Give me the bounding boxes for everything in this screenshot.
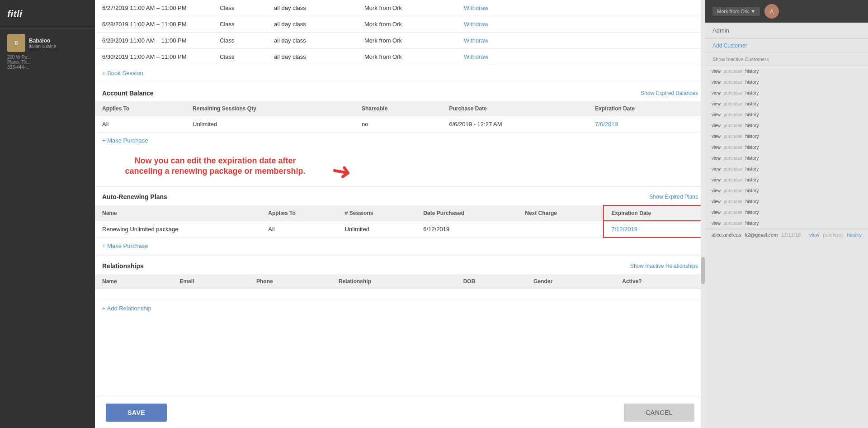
column-header: Shareable	[354, 101, 442, 116]
show-expired-balances-link[interactable]: Show Expired Balances	[641, 90, 698, 96]
annotation-arrow-icon: ➜	[330, 156, 354, 186]
table-row: 6/30/2019 11:00 AM – 11:00 PM Class all …	[95, 49, 705, 65]
session-instructor: Mork from Ork	[357, 16, 457, 33]
session-datetime: 6/27/2019 11:00 AM – 11:00 PM	[95, 0, 212, 16]
account-balance-title: Account Balance	[102, 90, 154, 97]
business-card: B Babaloo italian cuisine 200 W Pe... Pl…	[0, 28, 95, 75]
customer-list: view purchase historyview purchase histo…	[705, 66, 868, 229]
table-row: Renewing Unlimited package All Unlimited…	[95, 221, 705, 238]
relationships-title: Relationships	[102, 262, 144, 270]
ab-remaining: Unlimited	[185, 116, 354, 133]
session-name: all day class	[267, 16, 357, 33]
avatar[interactable]: A	[764, 4, 779, 19]
arp-date-purchased: 6/12/2019	[416, 221, 518, 238]
table-row: 6/29/2019 11:00 AM – 11:00 PM Class all …	[95, 33, 705, 49]
modal-container: 6/27/2019 11:00 AM – 11:00 PM Class all …	[95, 0, 705, 428]
auto-renewing-plans-table: NameApplies To# SessionsDate PurchasedNe…	[95, 205, 705, 238]
column-header: Remaining Sessions Qty	[185, 101, 354, 116]
session-type: Class	[212, 49, 267, 65]
show-inactive-relationships-link[interactable]: Show Inactive Relationships	[630, 263, 698, 269]
app-logo: fitli	[0, 0, 95, 28]
user-dropdown[interactable]: Mork from Ork ▼	[712, 7, 760, 16]
session-datetime: 6/30/2019 11:00 AM – 11:00 PM	[95, 49, 212, 65]
column-header: Purchase Date	[442, 101, 588, 116]
session-type: Class	[212, 0, 267, 16]
customer-list-item: view purchase history	[705, 131, 868, 142]
column-header: Applies To	[261, 205, 337, 221]
right-panel: Mork from Ork ▼ A Admin Add Customer Sho…	[705, 0, 868, 428]
sessions-table: 6/27/2019 11:00 AM – 11:00 PM Class all …	[95, 0, 705, 65]
arp-next-charge	[518, 221, 604, 238]
column-header: Next Charge	[518, 205, 604, 221]
session-withdraw-link[interactable]: Withdraw	[457, 16, 705, 33]
session-name: all day class	[267, 49, 357, 65]
column-header: Name	[95, 274, 172, 289]
customer-list-item: view purchase history	[705, 120, 868, 131]
column-header: Phone	[249, 274, 331, 289]
column-header: Gender	[526, 274, 615, 289]
relationships-section: Relationships Show Inactive Relationship…	[95, 256, 705, 318]
session-withdraw-link[interactable]: Withdraw	[457, 0, 705, 16]
column-header: Relationship	[331, 274, 456, 289]
cancel-button[interactable]: CANCEL	[624, 404, 694, 422]
session-withdraw-link[interactable]: Withdraw	[457, 49, 705, 65]
arp-applies-to: All	[261, 221, 337, 238]
bottom-customer-row: alice.andreas k2@gmail.com 11/11/18 view…	[705, 229, 868, 240]
arp-name: Renewing Unlimited package	[95, 221, 261, 238]
annotation-container: Now you can edit the expiration date aft…	[95, 150, 705, 186]
save-button[interactable]: SAVE	[106, 404, 167, 422]
auto-renewing-make-purchase-link[interactable]: + Make Purchase	[95, 238, 705, 256]
column-header: Applies To	[95, 101, 185, 116]
modal-footer: SAVE CANCEL	[95, 397, 705, 428]
scrollbar-thumb[interactable]	[701, 257, 705, 284]
account-balance-table: Applies ToRemaining Sessions QtyShareabl…	[95, 101, 705, 133]
customer-list-item: view purchase history	[705, 142, 868, 153]
ab-purchase-date: 6/6/2019 - 12:27 AM	[442, 116, 588, 133]
customer-list-item: view purchase history	[705, 218, 868, 229]
annotation-text: Now you can edit the expiration date aft…	[102, 154, 328, 177]
add-customer-button[interactable]: Add Customer	[705, 39, 868, 53]
scrollbar-track[interactable]	[701, 0, 705, 428]
arp-sessions: Unlimited	[338, 221, 416, 238]
session-type: Class	[212, 33, 267, 49]
session-datetime: 6/29/2019 11:00 AM – 11:00 PM	[95, 33, 212, 49]
customer-list-item: view purchase history	[705, 77, 868, 88]
modal-body[interactable]: 6/27/2019 11:00 AM – 11:00 PM Class all …	[95, 0, 705, 397]
column-header: Date Purchased	[416, 205, 518, 221]
customer-list-item: view purchase history	[705, 164, 868, 175]
customer-list-item: view purchase history	[705, 153, 868, 164]
column-header: Active?	[615, 274, 705, 289]
show-inactive-filter[interactable]: Show Inactive Customers	[705, 53, 868, 66]
ab-shareable: no	[354, 116, 442, 133]
ab-expiration-date[interactable]: 7/6/2019	[588, 116, 705, 133]
modal: 6/27/2019 11:00 AM – 11:00 PM Class all …	[95, 0, 705, 428]
table-row: 6/27/2019 11:00 AM – 11:00 PM Class all …	[95, 0, 705, 16]
account-balance-header: Account Balance Show Expired Balances	[95, 83, 705, 101]
book-session-link[interactable]: + Book Session	[95, 65, 705, 83]
column-header: Name	[95, 205, 261, 221]
column-header: Email	[172, 274, 249, 289]
customer-list-item: view purchase history	[705, 99, 868, 109]
table-row: 6/28/2019 11:00 AM – 11:00 PM Class all …	[95, 16, 705, 33]
show-expired-plans-link[interactable]: Show Expired Plans	[650, 194, 698, 200]
top-bar: Mork from Ork ▼ A	[705, 0, 868, 23]
session-name: all day class	[267, 33, 357, 49]
add-relationship-link[interactable]: + Add Relationship	[95, 300, 705, 318]
auto-renewing-plans-section: Auto-Renewing Plans Show Expired Plans N…	[95, 186, 705, 256]
session-withdraw-link[interactable]: Withdraw	[457, 33, 705, 49]
customer-list-item: view purchase history	[705, 196, 868, 207]
auto-renewing-plans-header: Auto-Renewing Plans Show Expired Plans	[95, 187, 705, 205]
customer-list-item: view purchase history	[705, 207, 868, 218]
column-header: # Sessions	[338, 205, 416, 221]
customer-list-item: view purchase history	[705, 66, 868, 77]
session-type: Class	[212, 16, 267, 33]
auto-renewing-plans-title: Auto-Renewing Plans	[102, 193, 167, 200]
account-balance-make-purchase-link[interactable]: + Make Purchase	[95, 133, 705, 150]
arp-expiration-date[interactable]: 7/12/2019	[604, 221, 705, 238]
relationships-table: NameEmailPhoneRelationshipDOBGenderActiv…	[95, 274, 705, 300]
column-header: DOB	[456, 274, 526, 289]
account-balance-section: Account Balance Show Expired Balances Ap…	[95, 83, 705, 150]
session-instructor: Mork from Ork	[357, 49, 457, 65]
customer-list-item: view purchase history	[705, 88, 868, 99]
table-row	[95, 289, 705, 300]
